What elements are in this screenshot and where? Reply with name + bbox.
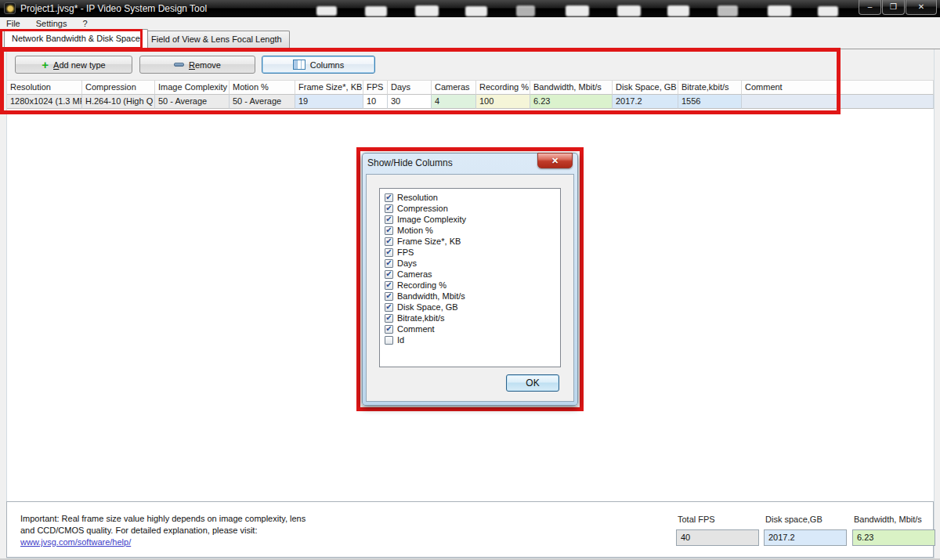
menu-help[interactable]: ? (74, 19, 95, 28)
checkbox-days[interactable] (385, 259, 393, 268)
checkbox-disk-space[interactable] (385, 303, 393, 312)
columns-label: Columns (310, 60, 344, 70)
menu-settings[interactable]: Settings (28, 19, 75, 28)
restore-button[interactable]: ❐ (882, 0, 905, 15)
cell-recording[interactable]: 100 (476, 95, 530, 109)
col-header-motion[interactable]: Motion % (230, 81, 295, 95)
checkbox-recording[interactable] (385, 281, 393, 290)
checkbox-frame-size[interactable] (385, 237, 393, 246)
checkbox-label: Bandwidth, Mbit/s (397, 291, 465, 301)
checkbox-bitrate[interactable] (385, 314, 393, 323)
list-item[interactable]: Comment (385, 323, 560, 334)
cell-disk-space[interactable]: 2017.2 (613, 95, 678, 109)
window-title: Project1.jvsg* - IP Video System Design … (20, 3, 207, 14)
list-item[interactable]: Image Complexity (385, 214, 560, 225)
dialog-title: Show/Hide Columns (367, 157, 453, 168)
checkbox-label: FPS (397, 247, 414, 257)
checkbox-cameras[interactable] (385, 270, 393, 279)
footer-panel: Important: Real frame size value highly … (6, 501, 934, 558)
col-header-days[interactable]: Days (388, 81, 432, 95)
titlebar-glare (465, 6, 487, 16)
cell-cameras[interactable]: 4 (432, 95, 476, 109)
minus-icon (174, 63, 184, 67)
plus-icon: + (42, 60, 49, 70)
list-item[interactable]: Bitrate,kbit/s (385, 313, 560, 323)
cell-bitrate[interactable]: 1556 (678, 95, 742, 109)
titlebar-glare (365, 6, 387, 16)
list-item[interactable]: Cameras (385, 269, 560, 280)
tab-field-of-view[interactable]: Field of View & Lens Focal Length (143, 31, 290, 49)
list-item[interactable]: Compression (385, 203, 560, 214)
stat-disk-space: Disk space,GB 2017.2 (764, 502, 847, 558)
cell-bandwidth[interactable]: 6.23 (530, 95, 613, 109)
cell-compression[interactable]: H.264-10 (High Q (82, 95, 155, 109)
checkbox-resolution[interactable] (385, 193, 393, 202)
list-item[interactable]: Resolution (385, 192, 560, 203)
cell-fps[interactable]: 10 (363, 95, 388, 109)
tab-network-bandwidth[interactable]: Network Bandwidth & Disk Space (4, 29, 148, 49)
col-header-image-complexity[interactable]: Image Complexity (155, 81, 230, 95)
checkbox-label: Disk Space, GB (397, 302, 458, 312)
titlebar-glare (768, 5, 791, 16)
tab-strip: Network Bandwidth & Disk Space Field of … (0, 30, 940, 49)
ok-button[interactable]: OK (506, 374, 559, 392)
list-item[interactable]: Motion % (385, 225, 560, 236)
table-row[interactable]: 1280x1024 (1.3 MP) H.264-10 (High Q 50 -… (7, 95, 934, 109)
table-header-row: Resolution Compression Image Complexity … (7, 81, 934, 95)
remove-label: Remove (189, 60, 221, 70)
list-item[interactable]: FPS (385, 247, 560, 258)
col-header-frame-size[interactable]: Frame Size*, KB (295, 81, 363, 95)
help-link[interactable]: www.jvsg.com/software/help/ (20, 537, 131, 547)
col-header-disk-space[interactable]: Disk Space, GB (613, 81, 678, 95)
add-new-type-button[interactable]: + Add new type (15, 56, 132, 74)
dialog-close-button[interactable]: ✕ (537, 153, 573, 168)
col-header-compression[interactable]: Compression (82, 81, 155, 95)
checkbox-motion[interactable] (385, 226, 393, 235)
checkbox-label: Comment (397, 324, 435, 334)
checkbox-bandwidth[interactable] (385, 292, 393, 301)
col-header-bitrate[interactable]: Bitrate,kbit/s (678, 81, 742, 95)
stat-label: Bandwidth, Mbit/s (854, 515, 922, 524)
annotation-box-dialog: Show/Hide Columns ✕ Resolution Compressi… (356, 147, 584, 411)
list-item[interactable]: Disk Space, GB (385, 302, 560, 313)
menu-file[interactable]: File (0, 19, 28, 28)
list-item[interactable]: Frame Size*, KB (385, 236, 560, 247)
col-header-cameras[interactable]: Cameras (432, 81, 476, 95)
disk-space-value: 2017.2 (764, 529, 847, 546)
remove-button[interactable]: Remove (139, 56, 255, 74)
app-icon (4, 2, 16, 14)
total-fps-value: 40 (676, 529, 759, 546)
col-header-fps[interactable]: FPS (363, 81, 388, 95)
checkbox-fps[interactable] (385, 248, 393, 257)
list-item[interactable]: Days (385, 258, 560, 269)
stat-label: Disk space,GB (765, 515, 822, 524)
checkbox-image-complexity[interactable] (385, 215, 393, 224)
menu-bar: File Settings ? (0, 17, 940, 30)
checkbox-label: Days (397, 258, 417, 268)
cell-image-complexity[interactable]: 50 - Average (155, 95, 230, 109)
col-header-bandwidth[interactable]: Bandwidth, Mbit/s (530, 81, 613, 95)
show-hide-columns-dialog: Show/Hide Columns ✕ Resolution Compressi… (362, 153, 578, 406)
col-header-recording[interactable]: Recording % (476, 81, 530, 95)
cell-motion[interactable]: 50 - Average (230, 95, 295, 109)
cell-frame-size[interactable]: 19 (295, 95, 363, 109)
cell-comment[interactable] (742, 95, 934, 109)
cell-days[interactable]: 30 (388, 95, 432, 109)
col-header-comment[interactable]: Comment (742, 81, 934, 95)
cell-resolution[interactable]: 1280x1024 (1.3 MP) (7, 95, 82, 109)
checkbox-id[interactable] (385, 336, 393, 345)
stat-total-fps: Total FPS 40 (676, 502, 759, 558)
close-button[interactable]: ✕ (906, 0, 937, 15)
columns-listbox: Resolution Compression Image Complexity … (379, 188, 561, 367)
col-header-resolution[interactable]: Resolution (7, 81, 82, 95)
checkbox-comment[interactable] (385, 325, 393, 334)
checkbox-label: Frame Size*, KB (397, 237, 461, 246)
list-item[interactable]: Id (385, 334, 560, 345)
list-item[interactable]: Recording % (385, 280, 560, 291)
add-new-type-label: Add new type (53, 60, 106, 70)
minimize-button[interactable]: – (859, 0, 881, 15)
checkbox-compression[interactable] (385, 204, 393, 213)
stat-label: Total FPS (678, 515, 715, 524)
list-item[interactable]: Bandwidth, Mbit/s (385, 291, 560, 302)
columns-button[interactable]: Columns (262, 56, 375, 74)
